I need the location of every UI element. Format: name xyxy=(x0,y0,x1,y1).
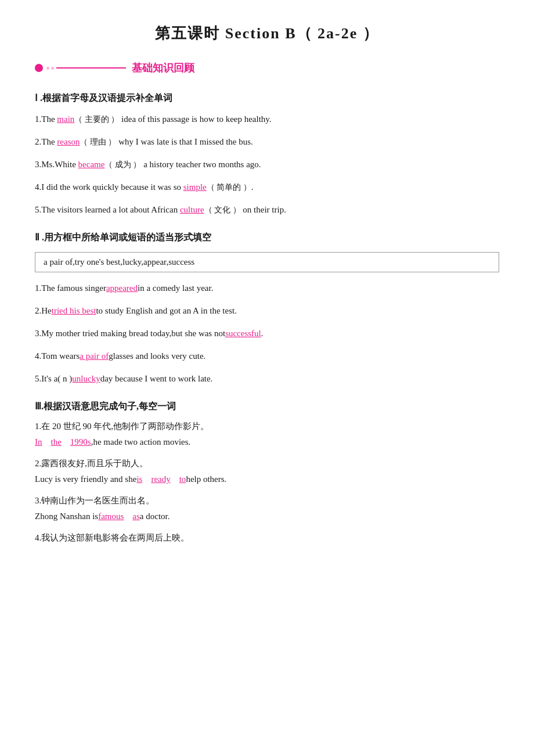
part1-item1-after: idea of this passage is how to keep heal… xyxy=(119,114,271,124)
part1-item5-hint: （ 文化 ） xyxy=(204,206,241,214)
part1-item2-before: 2.The xyxy=(35,137,57,146)
page-title: 第五课时 Section B（ 2a-2e ） xyxy=(35,23,499,44)
section-header: 基础知识回顾 xyxy=(35,61,499,75)
part1-title: Ⅰ .根据首字母及汉语提示补全单词 xyxy=(35,92,499,105)
part3-item1-answer: In the 1990s,he made two action movies. xyxy=(35,434,499,450)
part1-item2-blank: reason xyxy=(57,137,80,146)
part3-item2-answer: Lucy is very friendly and sheis ready to… xyxy=(35,471,499,487)
part2-item-2: 2.Hetried his bestto study English and g… xyxy=(35,303,499,319)
part3-item2-after: help others. xyxy=(186,474,226,484)
part1-item1-hint: （ 主要的 ） xyxy=(74,115,119,124)
part1-item3-blank: became xyxy=(78,160,105,169)
part2-item3-blank: successful xyxy=(225,329,261,338)
part1-item4-hint: （ 简单的 ） xyxy=(207,183,251,192)
part1-item2-hint: （ 理由 ） xyxy=(80,138,116,146)
part1-item3-before: 3.Ms.White xyxy=(35,160,78,169)
small-dots-decoration xyxy=(46,67,54,70)
part2-item5-before: 5.It's a( n ) xyxy=(35,374,72,383)
part3-item1-chinese: 1.在 20 世纪 90 年代,他制作了两部动作影片。 xyxy=(35,421,499,432)
part2-item5-blank: unlucky xyxy=(72,374,100,383)
part2-item5-after: day because I went to work late. xyxy=(100,374,213,383)
part3-item1-blank2: the xyxy=(51,437,62,447)
part3-item1-blank3: 1990s xyxy=(70,437,91,447)
small-dot-2 xyxy=(51,67,54,70)
part3-item4-chinese: 4.我认为这部新电影将会在两周后上映。 xyxy=(35,532,499,543)
part3-item1-blank1: In xyxy=(35,437,42,447)
part1-item5-blank: culture xyxy=(180,205,204,214)
part3-item2-blank1: is xyxy=(136,474,142,484)
part2-item-4: 4.Tom wearsa pair ofglasses and looks ve… xyxy=(35,348,499,364)
part1-exercises: 1.The main（ 主要的 ） idea of this passage i… xyxy=(35,111,499,218)
part1-item-2: 2.The reason（ 理由 ） why I was late is tha… xyxy=(35,134,499,150)
part3-item1-after: ,he made two action movies. xyxy=(91,437,191,447)
part3-item2-chinese: 2.露西很友好,而且乐于助人。 xyxy=(35,458,499,469)
part1-item5-before: 5.The visitors learned a lot about Afric… xyxy=(35,205,180,214)
part3-title: Ⅲ.根据汉语意思完成句子,每空一词 xyxy=(35,401,499,413)
part2-item-5: 5.It's a( n )unluckyday because I went t… xyxy=(35,371,499,387)
part3-exercises: 1.在 20 世纪 90 年代,他制作了两部动作影片。 In the 1990s… xyxy=(35,421,499,543)
part3-item3-chinese: 3.钟南山作为一名医生而出名。 xyxy=(35,495,499,506)
part2-item4-blank: a pair of xyxy=(80,351,109,361)
part2-item-1: 1.The famous singerappearedin a comedy l… xyxy=(35,280,499,296)
part3-item3-answer: Zhong Nanshan isfamous asa doctor. xyxy=(35,509,499,524)
part2-item1-after: in a comedy last year. xyxy=(138,283,213,293)
dot-icon xyxy=(35,64,43,72)
word-box: a pair of,try one's best,lucky,appear,su… xyxy=(35,252,499,272)
part1-item1-before: 1.The xyxy=(35,114,57,124)
part3-item2-before: Lucy is very friendly and she xyxy=(35,474,136,484)
section-header-label: 基础知识回顾 xyxy=(132,61,194,75)
part3-item3-before: Zhong Nanshan is xyxy=(35,512,98,521)
part1-item5-after: on their trip. xyxy=(241,205,286,214)
part3-item2-blank2: ready xyxy=(151,474,170,484)
part1-item-5: 5.The visitors learned a lot about Afric… xyxy=(35,202,499,218)
section-line xyxy=(56,67,126,69)
part1-item4-blank: simple xyxy=(183,182,207,192)
part2-item1-blank: appeared xyxy=(106,283,138,293)
part1-item-3: 3.Ms.White became（ 成为 ） a history teache… xyxy=(35,157,499,172)
part3-item3-after: a doctor. xyxy=(140,512,170,521)
part2-exercises: 1.The famous singerappearedin a comedy l… xyxy=(35,280,499,387)
part1-item3-after: a history teacher two months ago. xyxy=(141,160,261,169)
part1-item-4: 4.I did the work quickly because it was … xyxy=(35,179,499,195)
part3-item3-blank1: famous xyxy=(98,512,124,521)
part2-item4-before: 4.Tom wears xyxy=(35,351,80,361)
part2-item2-blank: tried his best xyxy=(52,306,96,315)
part2-title: Ⅱ .用方框中所给单词或短语的适当形式填空 xyxy=(35,232,499,244)
part1-item3-hint: （ 成为 ） xyxy=(104,160,141,169)
part2-item3-after: . xyxy=(261,329,264,338)
part2-item2-after: to study English and got an A in the tes… xyxy=(96,306,237,315)
part2-item2-before: 2.He xyxy=(35,306,52,315)
part1-item4-after: . xyxy=(251,182,254,192)
part3-item2-blank3: to xyxy=(179,474,186,484)
part1-item1-blank: main xyxy=(57,114,74,124)
part3-item3-blank2: as xyxy=(132,512,140,521)
part2-item1-before: 1.The famous singer xyxy=(35,283,106,293)
part1-item4-before: 4.I did the work quickly because it was … xyxy=(35,182,183,192)
part2-item4-after: glasses and looks very cute. xyxy=(109,351,205,361)
small-dot-1 xyxy=(46,67,49,70)
part2-item-3: 3.My mother tried making bread today,but… xyxy=(35,326,499,341)
part1-item2-after: why I was late is that I missed the bus. xyxy=(116,137,252,146)
part2-item3-before: 3.My mother tried making bread today,but… xyxy=(35,329,225,338)
part1-item-1: 1.The main（ 主要的 ） idea of this passage i… xyxy=(35,111,499,127)
